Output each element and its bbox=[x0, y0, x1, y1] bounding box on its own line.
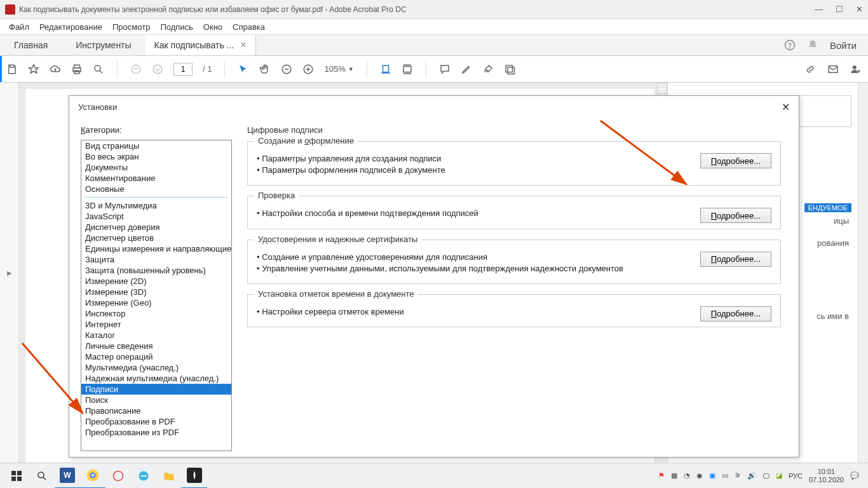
category-item[interactable]: Защита bbox=[81, 254, 231, 265]
link-icon[interactable] bbox=[804, 64, 816, 75]
hand-icon[interactable] bbox=[259, 64, 271, 75]
highlight-icon[interactable] bbox=[461, 64, 472, 75]
taskbar-chrome-icon[interactable] bbox=[80, 463, 105, 489]
save-icon[interactable] bbox=[6, 64, 18, 75]
svg-point-6 bbox=[132, 65, 140, 74]
category-item[interactable]: Каталог bbox=[81, 330, 231, 341]
svg-point-15 bbox=[853, 65, 857, 69]
tray-icon-4[interactable]: ▣ bbox=[709, 471, 715, 480]
menu-help[interactable]: Справка bbox=[233, 22, 265, 32]
menu-edit[interactable]: Редактирование bbox=[39, 22, 102, 32]
zoom-in-icon[interactable] bbox=[302, 64, 314, 75]
category-item[interactable]: Преобразование из PDF bbox=[81, 427, 231, 438]
tray-clock[interactable]: 10:01 07.10.2020 bbox=[809, 468, 844, 483]
tray-battery-icon[interactable]: ▭ bbox=[722, 471, 728, 480]
category-item[interactable]: Комментирование bbox=[81, 173, 231, 184]
category-item[interactable]: Измерение (Geo) bbox=[81, 297, 231, 308]
search-icon[interactable] bbox=[93, 64, 104, 75]
menu-file[interactable]: Файл bbox=[9, 22, 29, 32]
category-item[interactable]: Поиск bbox=[81, 395, 231, 405]
category-item[interactable]: Защита (повышенный уровень) bbox=[81, 265, 231, 276]
category-item[interactable]: Интернет bbox=[81, 319, 231, 330]
category-item[interactable]: Документы bbox=[81, 162, 231, 173]
category-item[interactable]: Измерение (2D) bbox=[81, 276, 231, 287]
category-item[interactable]: Правописание bbox=[81, 405, 231, 416]
page-total: / 1 bbox=[203, 64, 212, 74]
category-item[interactable]: Во весь экран bbox=[81, 151, 231, 162]
notifications-icon[interactable] bbox=[807, 39, 818, 51]
tray-icon-3[interactable]: ◉ bbox=[696, 471, 703, 480]
page-down-icon[interactable] bbox=[152, 64, 163, 75]
category-item[interactable]: Личные сведения bbox=[81, 341, 231, 351]
taskbar-word-icon[interactable]: W bbox=[55, 463, 80, 489]
category-item[interactable]: Мастер операций bbox=[81, 351, 231, 362]
tray-wifi-icon[interactable]: ⚞ bbox=[735, 471, 741, 480]
pointer-icon[interactable] bbox=[238, 64, 249, 75]
help-icon[interactable] bbox=[784, 39, 796, 51]
share-icon[interactable] bbox=[850, 64, 862, 75]
category-item[interactable]: JavaScript bbox=[81, 211, 231, 222]
category-item[interactable]: Надежная мультимедиа (унаслед.) bbox=[81, 373, 231, 384]
cloud-upload-icon[interactable] bbox=[50, 64, 61, 75]
stamp-icon[interactable] bbox=[504, 64, 515, 75]
start-button[interactable] bbox=[4, 463, 29, 489]
tray-monitor-icon[interactable]: 🖵 bbox=[763, 472, 770, 480]
svg-point-5 bbox=[95, 65, 100, 71]
comment-icon[interactable] bbox=[439, 64, 451, 75]
taskbar-search-icon[interactable] bbox=[29, 463, 55, 489]
category-item[interactable]: Вид страницы bbox=[81, 140, 231, 151]
page-input[interactable] bbox=[173, 63, 193, 76]
category-item[interactable]: Единицы измерения и направляющие bbox=[81, 243, 231, 254]
tray-icon-usb[interactable]: ⚑ bbox=[658, 471, 665, 480]
more-button-timestamp[interactable]: Подробнее... bbox=[700, 306, 771, 322]
fit-width-icon[interactable] bbox=[380, 64, 391, 75]
category-item[interactable]: Измерение (3D) bbox=[81, 287, 231, 297]
tray-icon-2[interactable]: ◔ bbox=[684, 471, 690, 480]
menu-view[interactable]: Просмотр bbox=[112, 22, 150, 32]
tab-tools[interactable]: Инструменты bbox=[62, 35, 145, 55]
fit-page-icon[interactable] bbox=[402, 64, 413, 75]
taskbar-explorer-icon[interactable] bbox=[156, 463, 182, 489]
more-button-creation[interactable]: Подробнее... bbox=[700, 153, 771, 168]
tray-icon-1[interactable]: ▦ bbox=[671, 471, 677, 480]
taskbar-ie-icon[interactable] bbox=[131, 463, 156, 489]
tab-home[interactable]: Главная bbox=[0, 35, 62, 55]
category-item[interactable]: Диспетчер доверия bbox=[81, 222, 231, 233]
zoom-level[interactable]: 105% ▼ bbox=[324, 64, 353, 74]
taskbar-app-icon-1[interactable] bbox=[105, 463, 131, 489]
close-button[interactable]: ✕ bbox=[856, 4, 863, 14]
tray-language[interactable]: РУС bbox=[789, 472, 803, 480]
category-item[interactable]: Подписи bbox=[81, 384, 231, 395]
tab-document[interactable]: Как подписывать ... × bbox=[146, 35, 256, 55]
tray-volume-icon[interactable]: 🔊 bbox=[747, 471, 756, 480]
category-item[interactable]: Инспектор bbox=[81, 308, 231, 319]
zoom-out-icon[interactable] bbox=[281, 64, 292, 75]
print-icon[interactable] bbox=[71, 64, 83, 75]
category-item[interactable]: Преобразование в PDF bbox=[81, 416, 231, 427]
category-item[interactable]: 3D и Мультимедиа bbox=[81, 200, 231, 211]
email-icon[interactable] bbox=[827, 64, 839, 75]
tray-notifications-icon[interactable]: 💬 bbox=[850, 471, 859, 480]
dialog-title: Установки bbox=[78, 102, 782, 112]
category-item[interactable]: Мультимедиа (унаслед.) bbox=[81, 362, 231, 373]
signin-button[interactable]: Войти bbox=[830, 40, 857, 51]
star-icon[interactable] bbox=[28, 64, 39, 75]
menu-sign[interactable]: Подпись bbox=[160, 22, 193, 32]
sign-icon[interactable] bbox=[482, 64, 494, 75]
more-button-verification[interactable]: Подробнее... bbox=[700, 208, 771, 223]
panel-scrollbar[interactable] bbox=[858, 83, 868, 463]
category-item[interactable]: Диспетчер цветов bbox=[81, 233, 231, 243]
categories-list[interactable]: Вид страницыВо весь экранДокументыКоммен… bbox=[81, 140, 232, 451]
menu-window[interactable]: Окно bbox=[203, 22, 222, 32]
tray-nvidia-icon[interactable]: ◪ bbox=[776, 471, 782, 480]
maximize-button[interactable]: ☐ bbox=[836, 4, 843, 14]
side-panel-toggle[interactable]: ▶ bbox=[0, 83, 19, 463]
dialog-close-icon[interactable]: ✕ bbox=[782, 101, 790, 113]
taskbar-acrobat-icon[interactable] bbox=[182, 463, 207, 489]
page-up-icon[interactable] bbox=[130, 64, 142, 75]
minimize-button[interactable]: — bbox=[815, 4, 823, 14]
tab-close-icon[interactable]: × bbox=[240, 39, 246, 51]
svg-point-27 bbox=[114, 471, 123, 480]
more-button-identities[interactable]: Подробнее... bbox=[700, 252, 771, 267]
category-item[interactable]: Основные bbox=[81, 184, 231, 194]
